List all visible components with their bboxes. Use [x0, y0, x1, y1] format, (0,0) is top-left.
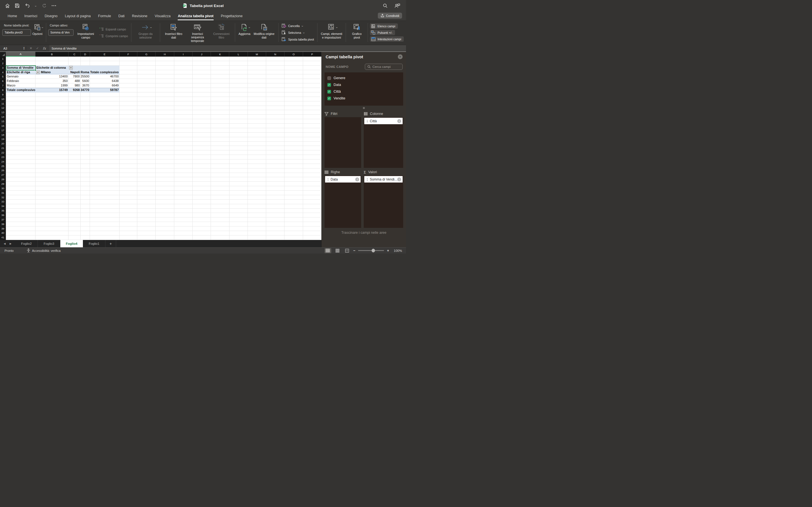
row-header-15[interactable]: 15 [0, 119, 6, 124]
row-header-41[interactable]: 41 [0, 235, 6, 240]
field-row-città[interactable]: ✓Città [327, 88, 403, 95]
row-header-31[interactable]: 31 [0, 191, 6, 195]
active-field-input[interactable]: Somma di Ven [48, 29, 73, 36]
pivot-row-label-marzo[interactable]: Marzo [7, 83, 35, 88]
search-fields-input[interactable]: Cerca campi [365, 64, 403, 70]
row-header-9[interactable]: 9 [0, 93, 6, 97]
field-checkbox-data[interactable]: ✓ [327, 83, 331, 87]
pivot-col-header-napoli[interactable]: Napoli [68, 70, 80, 75]
pivot-value-cell[interactable]: 6649 [90, 83, 119, 88]
row-headers[interactable]: 1234567891011121314151617181920212223242… [0, 57, 6, 240]
page-layout-view-button[interactable] [334, 248, 341, 253]
row-header-5[interactable]: 5 [0, 74, 6, 79]
pivot-total-label[interactable]: Totale complessivo [7, 88, 35, 93]
ribbon-tab-formule[interactable]: Formule [94, 11, 115, 21]
row-header-6[interactable]: 6 [0, 79, 6, 83]
column-header-F[interactable]: F [119, 52, 137, 57]
row-header-19[interactable]: 19 [0, 137, 6, 142]
column-header-N[interactable]: N [266, 52, 285, 57]
field-chip-città[interactable]: Cittài [364, 118, 403, 124]
column-header-B[interactable]: B [36, 52, 68, 57]
change-data-source-button[interactable]: Modifica origine dati [252, 22, 276, 43]
drag-handle-icon[interactable] [367, 178, 368, 180]
options-button[interactable]: ⌄ Opzioni [31, 22, 44, 43]
field-chip-somma-di-vendi-[interactable]: Somma di Vendi...i [364, 176, 403, 182]
sheet-tab-foglio3[interactable]: Foglio3 [38, 240, 60, 247]
row-header-25[interactable]: 25 [0, 164, 6, 168]
row-header-8[interactable]: 8 [0, 88, 6, 93]
undo-chevron-icon[interactable]: ⌄ [34, 4, 37, 7]
pivot-col-header-totale[interactable]: Totale complessivo [90, 70, 119, 75]
row-header-13[interactable]: 13 [0, 110, 6, 115]
pane-resize-handle[interactable] [363, 107, 365, 109]
insert-timeline-button[interactable]: Inserisci sequenza temporale [185, 22, 210, 43]
column-header-O[interactable]: O [285, 52, 303, 57]
column-header-I[interactable]: I [174, 52, 193, 57]
row-header-11[interactable]: 11 [0, 101, 6, 106]
page-break-view-button[interactable] [344, 248, 350, 253]
row-header-33[interactable]: 33 [0, 200, 6, 204]
ribbon-tab-dati[interactable]: Dati [115, 11, 128, 21]
pivot-value-cell[interactable]: 5600 [81, 79, 89, 83]
column-header-G[interactable]: G [137, 52, 156, 57]
share-contact-icon[interactable] [395, 3, 400, 8]
pivot-value-cell[interactable]: 488 [68, 79, 80, 83]
plus-minus-buttons-toggle[interactable]: Pulsanti +/- [370, 30, 395, 35]
ribbon-tab-layout-di-pagina[interactable]: Layout di pagina [61, 11, 94, 21]
fill-handle[interactable] [35, 69, 36, 71]
row-header-28[interactable]: 28 [0, 177, 6, 182]
formula-input[interactable]: Somma di Vendite [49, 45, 406, 52]
pivot-value-cell[interactable]: 7800 [68, 74, 80, 79]
column-header-D[interactable]: D [81, 52, 90, 57]
zoom-in-button[interactable]: + [387, 248, 389, 252]
column-header-J[interactable]: J [193, 52, 211, 57]
insert-slicer-button[interactable]: Inserisci filtro dati [162, 22, 186, 43]
pivot-total-value-cell[interactable]: 9268 [68, 88, 80, 93]
add-sheet-button[interactable]: + [105, 240, 116, 247]
column-header-K[interactable]: K [211, 52, 229, 57]
row-header-26[interactable]: 26 [0, 168, 6, 173]
pivot-table[interactable]: Somma di VenditeEtichette di colonna▼Eti… [6, 66, 119, 93]
name-box-spinner[interactable]: ▲▼ [22, 45, 26, 52]
info-icon[interactable]: i [397, 177, 401, 181]
row-header-37[interactable]: 37 [0, 217, 6, 222]
row-header-1[interactable]: 1 [0, 57, 6, 61]
rows-drop-zone[interactable]: Datai [324, 175, 361, 228]
more-commands-icon[interactable] [52, 5, 56, 6]
row-header-20[interactable]: 20 [0, 142, 6, 146]
pivot-col-header-roma[interactable]: Roma [81, 70, 89, 75]
pivot-row-labels-cell[interactable]: Etichette di riga [7, 70, 35, 75]
column-header-M[interactable]: M [248, 52, 266, 57]
sheet-nav-right-icon[interactable]: ▶ [10, 242, 11, 245]
zoom-slider-thumb[interactable] [371, 249, 375, 252]
pivot-row-label-gennaio[interactable]: Gennaio [7, 74, 35, 79]
row-header-2[interactable]: 2 [0, 61, 6, 66]
pivot-col-header-milano[interactable]: Milano [41, 70, 66, 75]
pivot-value-cell[interactable]: 46700 [90, 74, 119, 79]
ribbon-tab-inserisci[interactable]: Inserisci [20, 11, 41, 21]
column-labels-filter-icon[interactable]: ▼ [69, 66, 73, 69]
row-header-12[interactable]: 12 [0, 106, 6, 110]
save-icon[interactable] [15, 3, 19, 8]
columns-drop-zone[interactable]: Cittài [364, 117, 403, 168]
pivot-chart-button[interactable]: Grafico pivot [348, 22, 366, 43]
row-header-22[interactable]: 22 [0, 151, 6, 155]
selected-cell-A3[interactable] [6, 65, 36, 70]
row-header-27[interactable]: 27 [0, 173, 6, 177]
sheet-nav-left-icon[interactable]: ◀ [4, 242, 6, 245]
pivot-column-labels-cell[interactable]: Etichette di colonna [36, 66, 68, 70]
pivot-value-cell[interactable]: 1999 [36, 83, 68, 88]
select-all-corner[interactable] [0, 52, 6, 57]
sheet-tab-foglio4[interactable]: Foglio4 [60, 240, 83, 247]
accessibility-status[interactable]: Accessibilità: verifica [32, 249, 60, 252]
pivot-value-cell[interactable]: 350 [36, 79, 68, 83]
row-header-7[interactable]: 7 [0, 83, 6, 88]
row-header-18[interactable]: 18 [0, 133, 6, 137]
ribbon-tab-revisione[interactable]: Revisione [128, 11, 151, 21]
fields-items-settings-button[interactable]: fx ⌄ Campi, elementi e impostazioni [319, 22, 344, 43]
zoom-percentage[interactable]: 100% [392, 249, 402, 252]
sheet-tab-foglio2[interactable]: Foglio2 [15, 240, 38, 247]
row-labels-filter-icon[interactable]: ▼ [36, 70, 40, 74]
pivot-total-value-cell[interactable]: 15749 [36, 88, 68, 93]
pivot-value-cell[interactable]: 6438 [90, 79, 119, 83]
